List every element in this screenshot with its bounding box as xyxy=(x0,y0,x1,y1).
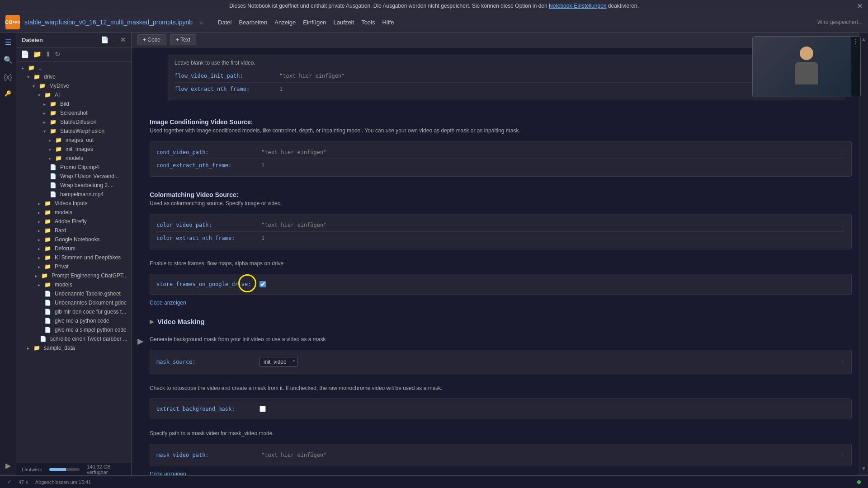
menu-hilfe[interactable]: Hilfe xyxy=(382,19,394,26)
minimize-icon[interactable]: ─ xyxy=(112,36,117,43)
tree-item-13[interactable]: 📄Wrap bearbeitung 2.... xyxy=(16,181,131,190)
right-collapse-btn[interactable]: ▲ xyxy=(861,36,867,42)
new-folder-btn[interactable]: 📁 xyxy=(33,50,42,58)
tree-item-24[interactable]: ▸📁models xyxy=(16,280,131,289)
color-video-path-input[interactable] xyxy=(259,221,836,229)
notebook-settings-link[interactable]: Notebook-Einstellungen xyxy=(549,3,606,9)
tree-item-22[interactable]: ▸📁Privat xyxy=(16,262,131,271)
cond-video-path-input[interactable] xyxy=(259,148,836,156)
colormatching-header: Colormatching Video Source: xyxy=(150,191,852,198)
close-notification-button[interactable]: ✕ xyxy=(857,2,863,10)
cell-mask-video-path: Specify path to a mask video for mask_vi… xyxy=(132,423,859,475)
tree-item-17[interactable]: ▸📁Adobe Firefly xyxy=(16,217,131,226)
tree-item-6[interactable]: ▸📁StableDiffusion xyxy=(16,117,131,127)
tree-item-3[interactable]: ▾📁AI xyxy=(16,90,131,99)
tree-item-30[interactable]: 📄schreibe einen Tweet darüber ... xyxy=(16,334,131,343)
tree-item-19[interactable]: ▸📁Google Notebooks xyxy=(16,235,131,244)
files-icon[interactable]: ☰ xyxy=(3,36,13,48)
flow-video-init-input[interactable] xyxy=(278,72,829,80)
video-masking-cell: mask_source: init_video video none ⋮ xyxy=(150,350,852,374)
video-settings-btn[interactable]: ⋮ xyxy=(853,38,859,45)
variables-icon[interactable]: {x} xyxy=(2,71,14,83)
tree-item-5[interactable]: ▸📁Screenshot xyxy=(16,108,131,117)
tree-item-11[interactable]: 📄Promo Clip.mp4 xyxy=(16,163,131,172)
title-bar: COPRO stable_warpfusion_v0_16_12_multi_m… xyxy=(0,12,868,33)
tree-item-12[interactable]: 📄Wrap FUsion Verwand... xyxy=(16,172,131,181)
tree-item-23[interactable]: ▸📁Prompt Engineering ChatGPT... xyxy=(16,271,131,280)
cell-markdown-flow: Leave blank to use the first video. flow… xyxy=(150,51,852,104)
video-preview: ⋮ xyxy=(752,36,861,97)
right-strip: ▲ ▼ xyxy=(859,33,868,475)
notebook-name[interactable]: stable_warpfusion_v0_16_12_multi_masked_… xyxy=(24,19,193,26)
secrets-icon[interactable]: 🔑 xyxy=(3,89,13,99)
code-anzeigen-2[interactable]: Code anzeigen xyxy=(150,469,186,475)
notification-bar: Dieses Notebook ist geöffnet und enthält… xyxy=(0,0,868,12)
store-frames-checkbox[interactable] xyxy=(259,281,266,287)
tree-item-4[interactable]: ▸📁Bild xyxy=(16,99,131,108)
star-icon[interactable]: ☆ xyxy=(199,19,204,26)
new-file-icon[interactable]: 📄 xyxy=(101,36,108,43)
color-video-path-label: color_video_path: xyxy=(156,222,256,228)
tree-item-31[interactable]: ▸📁sample_data xyxy=(16,343,131,352)
menu-einfuegen[interactable]: Einfügen xyxy=(303,19,326,26)
store-frames-row: store_frames_on_google_drive: xyxy=(156,279,845,290)
cond-video-path-label: cond_video_path: xyxy=(156,149,256,155)
tree-item-20[interactable]: ▸📁Deforum xyxy=(16,244,131,253)
search-icon[interactable]: 🔍 xyxy=(2,54,14,66)
extract-bg-mask-checkbox[interactable] xyxy=(259,406,266,412)
add-text-btn[interactable]: + Text xyxy=(170,34,196,45)
tree-item-2[interactable]: ▾📁MyDrive xyxy=(16,81,131,90)
video-masking-section[interactable]: ▶ Video Masking xyxy=(132,314,859,329)
upload-btn[interactable]: ⬆ xyxy=(45,50,51,58)
new-file-btn[interactable]: 📄 xyxy=(21,50,29,58)
notebook-content: + Code + Text Leave blank to use the fir… xyxy=(132,33,859,475)
tree-item-18[interactable]: ▸📁Bard xyxy=(16,226,131,235)
video-masking-title: Video Masking xyxy=(157,318,205,325)
flow-extract-nth-input[interactable] xyxy=(278,85,350,93)
close-sidebar-icon[interactable]: ✕ xyxy=(120,36,126,43)
flow-init-cell-content: Leave blank to use the first video. flow… xyxy=(168,55,844,100)
menu-laufzeit[interactable]: Laufzeit xyxy=(334,19,354,26)
mask-video-path-input[interactable] xyxy=(259,451,836,459)
menu-bar: Datei Bearbeiten Anzeige Einfügen Laufze… xyxy=(218,19,394,26)
tree-item-9[interactable]: ▸📁init_images xyxy=(16,145,131,154)
tree-item-14[interactable]: 📄hampelmann.mp4 xyxy=(16,190,131,199)
person-body xyxy=(795,62,818,84)
colormatching-cell: color_video_path: ⋮ color_extract_nth_fr… xyxy=(150,214,852,249)
mask-video-path-row: mask_video_path: ⋮ xyxy=(156,449,845,461)
tree-item-25[interactable]: 📄Unbenannte Tabelle.gsheet xyxy=(16,289,131,298)
tree-item-21[interactable]: ▸📁KI Stimmen und Deepfakes xyxy=(16,253,131,262)
tree-item-27[interactable]: 📄gib mir den code für guess t... xyxy=(16,307,131,316)
tree-item-26[interactable]: 📄Unbenanntes Dokument.gdoc xyxy=(16,298,131,307)
video-placeholder xyxy=(753,37,860,97)
tree-item-0[interactable]: ▸📁.. xyxy=(16,63,131,72)
tree-item-29[interactable]: 📄give me a simpel python code xyxy=(16,325,131,334)
cond-extract-nth-input[interactable] xyxy=(259,161,332,169)
tree-item-10[interactable]: ▸📁models xyxy=(16,154,131,163)
code-anzeigen-1[interactable]: Code anzeigen xyxy=(150,298,186,308)
tree-item-1[interactable]: ▾📁drive xyxy=(16,72,131,81)
image-conditioning-markdown: Image Conditioning Video Source: Used to… xyxy=(150,111,852,141)
image-conditioning-desc: Used together with image-conditioned mod… xyxy=(150,127,852,134)
refresh-btn[interactable]: ↻ xyxy=(55,50,61,58)
color-extract-nth-input[interactable] xyxy=(259,234,332,242)
extract-bg-mask-row: extract_background_mask: xyxy=(156,404,845,414)
terminal-icon[interactable]: ▶ xyxy=(4,460,13,472)
menu-bearbeiten[interactable]: Bearbeiten xyxy=(239,19,267,26)
menu-datei[interactable]: Datei xyxy=(218,19,231,26)
tree-item-7[interactable]: ▾📁StableWarpFusion xyxy=(16,127,131,136)
menu-anzeige[interactable]: Anzeige xyxy=(274,19,296,26)
right-expand-btn[interactable]: ▼ xyxy=(861,465,867,472)
colormatching-markdown: Colormatching Video Source: Used as colo… xyxy=(150,184,852,214)
cell-store-frames: Enable to store frames, flow maps, alpha… xyxy=(132,253,859,314)
menu-tools[interactable]: Tools xyxy=(361,19,375,26)
tree-item-15[interactable]: ▸📁Videos Inputs xyxy=(16,199,131,208)
tree-item-16[interactable]: ▸📁models xyxy=(16,208,131,217)
tree-item-28[interactable]: 📄give me a python code xyxy=(16,316,131,325)
tree-item-8[interactable]: ▸📁images_out xyxy=(16,136,131,145)
cell-flow-init: Leave blank to use the first video. flow… xyxy=(132,47,859,108)
cell-run-button[interactable]: ▶ xyxy=(135,336,146,346)
add-code-btn[interactable]: + Code xyxy=(137,34,166,45)
cond-scroll: ⋮ xyxy=(840,150,845,155)
mask-source-select[interactable]: init_video video none xyxy=(259,357,298,367)
